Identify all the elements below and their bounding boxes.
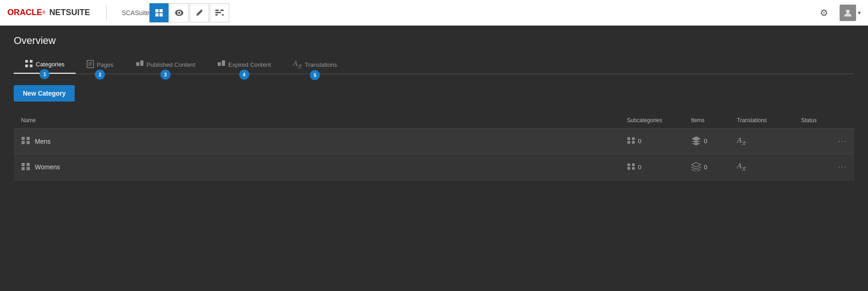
expired-icon [217,60,225,70]
items-icon [691,136,701,146]
svg-rect-7 [220,10,224,11]
mens-translations[interactable]: A文 [737,136,801,146]
col-items: Items [691,117,737,124]
svg-rect-24 [22,141,25,144]
tab-categories-badge: 1 [39,69,49,79]
navbar: ORACLE ® NETSUITE SCASuite [0,0,868,26]
svg-rect-28 [627,141,630,144]
row-name-mens: Mens [21,136,627,146]
womens-subcategories: 0 [627,163,691,172]
mens-items-count: 0 [704,138,707,145]
pages-icon [87,60,94,70]
navbar-right: ⚙ ▾ [816,5,861,21]
svg-rect-1 [159,9,163,12]
svg-rect-32 [22,167,25,170]
tab-published[interactable]: Published Content 3 [125,56,206,73]
tab-expired[interactable]: Expired Content 4 [206,56,282,73]
categories-icon [25,59,33,69]
svg-rect-18 [136,62,139,66]
svg-rect-29 [632,141,635,144]
tab-pages-label: Pages [97,61,114,68]
mens-label: Mens [35,138,50,145]
svg-rect-21 [222,60,225,66]
svg-rect-27 [632,137,635,140]
category-icon [21,162,30,172]
published-icon [136,60,144,70]
svg-rect-30 [22,163,25,166]
toolbar [149,3,229,22]
womens-actions[interactable]: ··· [801,163,847,171]
new-category-button[interactable]: New Category [14,85,75,102]
womens-items-count: 0 [704,164,707,171]
svg-rect-37 [632,167,635,170]
svg-rect-8 [222,14,224,16]
mens-subcategories: 0 [627,137,691,146]
svg-rect-5 [215,12,221,13]
svg-rect-25 [27,141,30,144]
tabs: Categories 1 Pages 2 [14,56,854,74]
split-button[interactable] [210,3,229,22]
tab-categories-label: Categories [36,61,65,68]
sub-icon [627,163,635,172]
svg-rect-10 [25,60,28,63]
col-name: Name [21,117,627,124]
svg-rect-4 [215,10,219,11]
tab-published-label: Published Content [147,61,195,68]
edit-button[interactable] [190,3,209,22]
svg-rect-26 [627,137,630,140]
svg-rect-11 [30,60,33,63]
tab-expired-badge: 4 [239,70,249,80]
svg-rect-35 [632,163,635,166]
sub-icon [627,137,635,146]
translate-icon: A文 [737,162,746,172]
table-header: Name Subcategories Items Translations St… [14,113,854,129]
col-status: Status [801,117,847,124]
settings-button[interactable]: ⚙ [816,5,832,21]
user-dropdown-arrow[interactable]: ▾ [858,10,861,16]
tab-pages-badge: 2 [95,70,105,80]
logo: ORACLE ® NETSUITE [7,8,90,17]
main-content: Overview Categories 1 [0,26,868,291]
womens-sub-count: 0 [638,164,641,171]
svg-rect-12 [25,65,28,67]
svg-rect-34 [627,163,630,166]
col-translations: Translations [737,117,801,124]
svg-rect-33 [27,167,30,170]
col-subcategories: Subcategories [627,117,691,124]
tab-expired-label: Expired Content [228,61,271,68]
svg-rect-3 [159,13,163,16]
svg-rect-2 [155,13,159,16]
mens-actions[interactable]: ··· [801,137,847,146]
svg-rect-0 [155,9,159,12]
tab-pages[interactable]: Pages 2 [76,56,125,73]
tab-translations-badge: 5 [310,70,320,80]
translate-icon: A文 [737,136,746,146]
tab-published-badge: 3 [160,70,170,80]
page-title: Overview [14,35,854,47]
womens-translations[interactable]: A文 [737,162,801,172]
mens-items: 0 [691,136,737,146]
row-name-womens: Womens [21,162,627,172]
svg-rect-6 [215,14,218,16]
womens-items: 0 [691,162,737,172]
tab-translations-label: Translations [305,61,337,68]
womens-label: Womens [35,163,60,171]
svg-rect-20 [218,62,221,66]
translations-icon: A文 [293,59,302,70]
svg-rect-23 [27,137,30,140]
svg-point-9 [846,10,850,13]
category-icon [21,136,30,146]
svg-rect-19 [140,60,143,66]
netsuite-logo: NETSUITE [49,8,90,17]
table-row: Mens 0 0 A文 ··· [14,129,854,154]
preview-button[interactable] [170,3,189,22]
mens-sub-count: 0 [638,138,641,145]
svg-rect-36 [627,167,630,170]
svg-rect-31 [27,163,30,166]
grid-view-button[interactable] [149,3,169,22]
oracle-logo: ORACLE [7,8,42,17]
app-name: SCASuite [112,9,149,16]
avatar[interactable] [840,5,856,21]
tab-translations[interactable]: A文 Translations 5 [282,56,348,73]
tab-categories[interactable]: Categories 1 [14,56,76,74]
